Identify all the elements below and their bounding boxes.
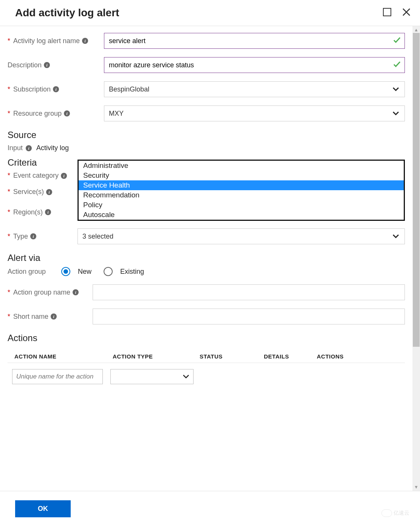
dropdown-option[interactable]: Administrative [79,161,404,171]
dropdown-option-selected[interactable]: Service Health [79,180,404,190]
info-icon[interactable]: i [30,233,36,239]
chevron-down-icon [183,374,189,379]
chevron-down-icon [392,87,399,92]
dialog-header: Add activity log alert [0,0,420,26]
type-select[interactable]: 3 selected [77,228,405,244]
required-asterisk: * [8,289,10,296]
section-alert-via: Alert via [8,253,405,263]
info-icon[interactable]: i [64,110,70,116]
info-icon[interactable]: i [73,289,79,295]
label-subscription: * Subscription i [8,85,104,93]
dropdown-option[interactable]: Policy [79,200,404,210]
description-input[interactable] [104,57,405,73]
dialog-title: Add activity log alert [15,7,119,19]
actions-table: ACTION NAME ACTION TYPE STATUS DETAILS A… [8,350,405,387]
action-group-name-input[interactable] [93,284,405,300]
info-icon[interactable]: i [53,86,59,92]
action-type-select[interactable] [110,369,194,384]
row-type: * Type i 3 selected [8,228,405,244]
col-status: STATUS [200,353,264,360]
header-controls [383,8,411,19]
subscription-select[interactable]: BespinGlobal [104,81,405,97]
required-asterisk: * [8,85,10,93]
scroll-thumb[interactable] [413,33,420,347]
row-source-input: Input i Activity log [8,144,405,152]
info-icon[interactable]: i [44,62,50,68]
check-icon [393,36,401,46]
value-input: Activity log [36,144,69,152]
actions-input-row [8,363,405,387]
info-icon[interactable]: i [26,145,32,151]
resource-group-select[interactable]: MXY [104,106,405,121]
actions-header-row: ACTION NAME ACTION TYPE STATUS DETAILS A… [8,350,405,363]
label-short-name: * Short name i [8,313,93,321]
row-description: Description i [8,57,405,73]
scroll-down-icon[interactable]: ▼ [414,485,418,489]
check-icon [393,60,401,70]
info-icon[interactable]: i [61,173,67,179]
required-asterisk: * [8,233,10,241]
label-action-group-name: * Action group name i [8,289,93,296]
info-icon[interactable]: i [82,38,88,44]
col-action-type: ACTION TYPE [113,353,200,360]
required-asterisk: * [8,110,10,118]
scroll-up-icon[interactable]: ▲ [414,28,418,32]
info-icon[interactable]: i [51,313,57,320]
radio-new[interactable] [61,267,70,276]
label-input: Input [8,144,23,152]
watermark: 亿速云 [381,509,409,517]
dropdown-option[interactable]: Security [79,171,404,180]
col-details: DETAILS [264,353,317,360]
info-icon[interactable]: i [45,209,51,215]
col-action-name: ACTION NAME [14,353,113,360]
label-event-category: * Event category i [8,172,77,180]
required-asterisk: * [8,208,10,216]
label-action-group: Action group [8,268,54,276]
svg-rect-0 [383,8,391,16]
row-action-group-name: * Action group name i [8,284,405,300]
radio-existing[interactable] [104,267,113,276]
dropdown-option[interactable]: Recommendation [79,190,404,200]
close-icon[interactable] [402,8,411,19]
ok-button[interactable]: OK [15,500,71,517]
label-alert-name: * Activity log alert name i [8,37,104,45]
required-asterisk: * [8,172,10,180]
info-icon[interactable]: i [46,189,52,195]
required-asterisk: * [8,37,10,45]
row-action-group-radio: Action group New Existing [8,267,405,276]
dropdown-option[interactable]: Autoscale [79,210,404,220]
section-source: Source [8,130,405,140]
dialog-content: * Activity log alert name i Description … [0,26,412,491]
event-category-dropdown[interactable]: Administrative Security Service Health R… [77,160,405,221]
required-asterisk: * [8,188,10,196]
col-actions: ACTIONS [317,353,362,360]
row-resource-group: * Resource group i MXY [8,106,405,121]
dialog-footer: OK [0,491,420,526]
maximize-icon[interactable] [383,8,391,18]
radio-existing-label: Existing [120,268,144,276]
required-asterisk: * [8,313,10,321]
label-regions: * Region(s) i [8,208,77,216]
label-type: * Type i [8,233,77,241]
row-subscription: * Subscription i BespinGlobal [8,81,405,97]
cloud-icon [381,509,392,517]
vertical-scrollbar[interactable]: ▲ ▼ [412,26,420,491]
row-short-name: * Short name i [8,309,405,324]
chevron-down-icon [392,111,399,116]
section-actions: Actions [8,333,405,343]
alert-name-input[interactable] [104,33,405,49]
chevron-down-icon [392,234,399,239]
short-name-input[interactable] [93,309,405,324]
label-services: * Service(s) i [8,188,77,196]
label-description: Description i [8,61,104,69]
radio-new-label: New [78,268,91,276]
action-name-input[interactable] [12,369,103,384]
row-alert-name: * Activity log alert name i [8,33,405,49]
label-resource-group: * Resource group i [8,110,104,118]
